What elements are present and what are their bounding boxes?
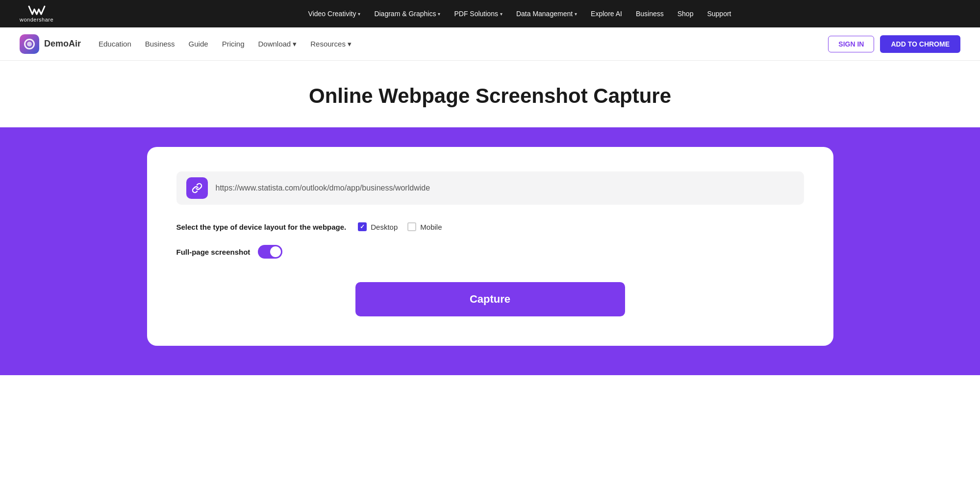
page-title: Online Webpage Screenshot Capture	[0, 84, 980, 108]
chevron-down-icon: ▾	[358, 11, 360, 17]
top-nav-video-creativity[interactable]: Video Creativity ▾	[308, 10, 361, 18]
capture-btn-wrapper: Capture	[176, 282, 804, 316]
mobile-checkbox[interactable]	[407, 222, 416, 231]
wondershare-logo-icon	[28, 5, 46, 17]
demoair-brand-icon	[20, 34, 39, 54]
sub-nav-links: Education Business Guide Pricing Downloa…	[99, 40, 828, 48]
sign-in-button[interactable]: SIGN IN	[828, 36, 874, 52]
device-selection-label: Select the type of device layout for the…	[176, 223, 347, 231]
capture-section: Select the type of device layout for the…	[0, 127, 980, 375]
sub-nav: DemoAir Education Business Guide Pricing…	[0, 27, 980, 61]
sub-nav-pricing[interactable]: Pricing	[222, 40, 245, 48]
wondershare-logo-text: wondershare	[20, 17, 53, 23]
top-nav-explore-ai[interactable]: Explore AI	[591, 10, 622, 18]
fullpage-toggle-label: Full-page screenshot	[176, 248, 251, 256]
brand-name: DemoAir	[44, 39, 81, 49]
desktop-checkbox[interactable]	[358, 222, 367, 231]
capture-button[interactable]: Capture	[355, 282, 625, 316]
top-nav-shop[interactable]: Shop	[678, 10, 694, 18]
top-nav-pdf-solutions[interactable]: PDF Solutions ▾	[454, 10, 502, 18]
sub-nav-business[interactable]: Business	[145, 40, 175, 48]
sub-nav-brand[interactable]: DemoAir	[20, 34, 81, 54]
url-input[interactable]	[216, 184, 794, 192]
fullpage-toggle-switch[interactable]	[258, 245, 282, 259]
chevron-down-icon: ▾	[438, 11, 440, 17]
device-selection: Select the type of device layout for the…	[176, 222, 804, 231]
mobile-checkbox-item[interactable]: Mobile	[407, 222, 442, 231]
chevron-down-icon: ▾	[500, 11, 503, 17]
chevron-down-icon: ▾	[575, 11, 577, 17]
desktop-checkbox-item[interactable]: Desktop	[358, 222, 398, 231]
sub-nav-download[interactable]: Download ▾	[258, 40, 297, 48]
top-nav-diagram-graphics[interactable]: Diagram & Graphics ▾	[374, 10, 440, 18]
url-link-icon	[186, 177, 208, 199]
sub-nav-education[interactable]: Education	[99, 40, 131, 48]
url-input-wrapper	[176, 171, 804, 205]
logo[interactable]: wondershare	[20, 5, 53, 23]
add-to-chrome-button[interactable]: ADD TO CHROME	[880, 35, 960, 53]
chevron-down-icon: ▾	[348, 40, 352, 48]
capture-card: Select the type of device layout for the…	[147, 147, 833, 346]
main-content: Online Webpage Screenshot Capture Select…	[0, 61, 980, 375]
top-nav-items: Video Creativity ▾ Diagram & Graphics ▾ …	[79, 10, 960, 18]
checkbox-group: Desktop Mobile	[358, 222, 442, 231]
brand-icon-inner	[24, 39, 35, 49]
fullpage-toggle-row: Full-page screenshot	[176, 245, 804, 259]
top-nav: wondershare Video Creativity ▾ Diagram &…	[0, 0, 980, 27]
top-nav-data-management[interactable]: Data Management ▾	[516, 10, 577, 18]
sub-nav-guide[interactable]: Guide	[189, 40, 208, 48]
sub-nav-resources[interactable]: Resources ▾	[310, 40, 352, 48]
top-nav-support[interactable]: Support	[707, 10, 731, 18]
chevron-down-icon: ▾	[293, 40, 297, 48]
top-nav-business[interactable]: Business	[636, 10, 664, 18]
sub-nav-actions: SIGN IN ADD TO CHROME	[828, 35, 960, 53]
